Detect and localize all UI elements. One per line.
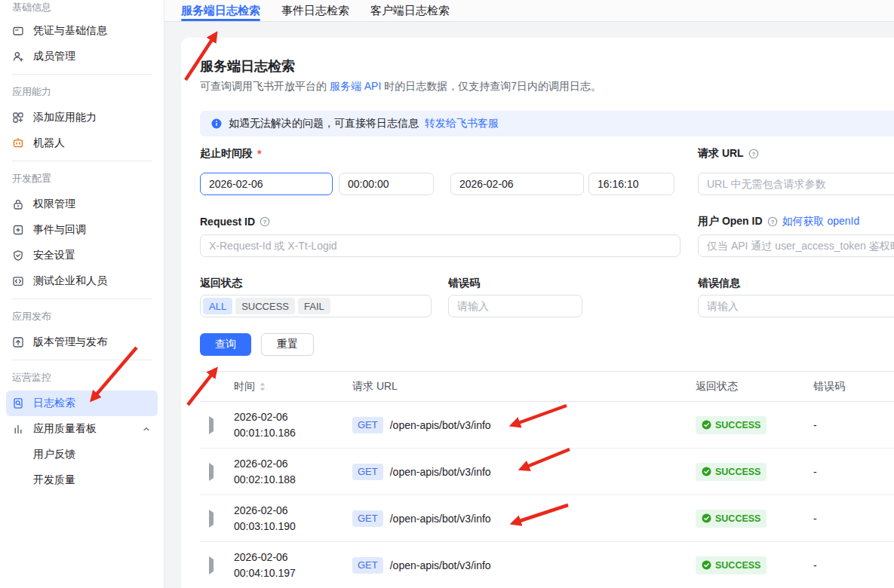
table-header: 时间 请求 URL 返回状态 错误码 bbox=[200, 371, 894, 402]
sidebar-item[interactable]: 测试企业和人员 bbox=[6, 268, 158, 294]
event-callback-icon bbox=[12, 224, 24, 236]
sidebar-section-label: 基础信息 bbox=[12, 1, 51, 14]
error-code-label: 错误码 bbox=[448, 277, 480, 289]
sidebar-item-label: 开发质量 bbox=[33, 473, 75, 487]
tab[interactable]: 客户端日志检索 bbox=[370, 0, 450, 21]
sidebar-item[interactable]: 权限管理 bbox=[6, 191, 158, 217]
sidebar-section-header: 应用能力 bbox=[0, 79, 164, 105]
sidebar-nav: 基础信息 凭证与基础信息 成员管理 应用能力 添加应用能力 机器人 开发配置 权… bbox=[0, 0, 164, 493]
sidebar-section-header: 应用发布 bbox=[0, 304, 164, 329]
log-search-icon bbox=[12, 397, 24, 409]
cell-time: 2026-02-0600:04:10.197 bbox=[234, 550, 352, 581]
sidebar-item-label: 用户反馈 bbox=[33, 448, 75, 461]
cell-error-code: - bbox=[813, 559, 894, 571]
status-filter-chip[interactable]: FAIL bbox=[298, 298, 330, 314]
sidebar-item[interactable]: 事件与回调 bbox=[6, 217, 158, 243]
reset-button[interactable]: 重置 bbox=[261, 333, 314, 356]
help-icon[interactable]: ? bbox=[767, 216, 778, 227]
sidebar-item[interactable]: 版本管理与发布 bbox=[6, 329, 158, 355]
start-date-input[interactable] bbox=[200, 173, 333, 195]
method-badge: GET bbox=[352, 464, 383, 480]
robot-icon bbox=[12, 137, 24, 149]
sidebar-item[interactable]: 成员管理 bbox=[6, 44, 158, 69]
server-api-link[interactable]: 服务端 API bbox=[330, 80, 381, 92]
status-badge: SUCCESS bbox=[696, 510, 767, 528]
table-row[interactable]: 2026-02-0600:04:10.197 GET /open-apis/bo… bbox=[200, 542, 894, 588]
sidebar-section-header: 开发配置 bbox=[0, 166, 164, 191]
search-button[interactable]: 查询 bbox=[200, 333, 251, 356]
quality-icon bbox=[12, 423, 24, 435]
error-msg-input[interactable] bbox=[698, 295, 894, 317]
how-to-get-openid-link[interactable]: 如何获取 openId bbox=[782, 215, 860, 228]
sidebar-section-label: 开发配置 bbox=[12, 172, 51, 185]
tab-label: 服务端日志检索 bbox=[181, 4, 260, 18]
sidebar-item-label: 凭证与基础信息 bbox=[33, 24, 107, 38]
sidebar-item[interactable]: 开发质量 bbox=[6, 467, 158, 493]
error-msg-label: 错误信息 bbox=[698, 277, 740, 289]
row-expand-icon[interactable] bbox=[209, 463, 214, 481]
tab[interactable]: 事件日志检索 bbox=[281, 0, 349, 21]
request-url-text: /open-apis/bot/v3/info bbox=[390, 513, 491, 525]
end-date-input[interactable] bbox=[450, 173, 584, 195]
sidebar-section-header: 运营监控 bbox=[0, 365, 164, 390]
sidebar-item-label: 机器人 bbox=[33, 136, 65, 150]
row-expand-icon[interactable] bbox=[209, 510, 214, 528]
forward-to-support-link[interactable]: 转发给飞书客服 bbox=[425, 117, 499, 130]
sidebar-section-label: 运营监控 bbox=[12, 371, 51, 384]
chevron-up-icon[interactable] bbox=[141, 424, 152, 434]
table-row[interactable]: 2026-02-0600:02:10.188 GET /open-apis/bo… bbox=[200, 449, 894, 495]
method-badge: GET bbox=[352, 510, 383, 527]
status-filter-chip[interactable]: SUCCESS bbox=[235, 298, 295, 314]
cell-time: 2026-02-0600:01:10.186 bbox=[234, 409, 352, 441]
svg-text:?: ? bbox=[770, 219, 774, 225]
row-expand-icon[interactable] bbox=[209, 556, 214, 574]
sidebar-item[interactable]: 凭证与基础信息 bbox=[6, 18, 158, 44]
help-icon[interactable]: ? bbox=[260, 216, 270, 227]
request-url-text: /open-apis/bot/v3/info bbox=[390, 466, 491, 478]
row-expand-icon[interactable] bbox=[209, 416, 214, 434]
cell-error-code: - bbox=[813, 513, 894, 525]
tab[interactable]: 服务端日志检索 bbox=[181, 0, 260, 21]
main-card: 服务端日志检索 可查询调用飞书开放平台的 服务端 API 时的日志数据，仅支持查… bbox=[181, 38, 894, 588]
sidebar: 基础信息 凭证与基础信息 成员管理 应用能力 添加应用能力 机器人 开发配置 权… bbox=[0, 0, 164, 588]
log-search-page: { "colors": { "accent": "#3370FF", "succ… bbox=[0, 0, 894, 588]
sort-icon[interactable] bbox=[260, 382, 266, 391]
check-circle-icon bbox=[702, 513, 711, 523]
sidebar-item[interactable]: 安全设置 bbox=[6, 243, 158, 268]
sidebar-item-label: 安全设置 bbox=[33, 249, 75, 262]
svg-text:?: ? bbox=[263, 219, 267, 225]
sidebar-item-label: 应用质量看板 bbox=[33, 422, 97, 436]
col-time[interactable]: 时间 bbox=[234, 380, 352, 394]
page-title: 服务端日志检索 bbox=[200, 57, 295, 75]
sidebar-item[interactable]: 用户反馈 bbox=[6, 442, 158, 467]
status-filter-label: 返回状态 bbox=[200, 277, 242, 289]
table-row[interactable]: 2026-02-0600:03:10.190 GET /open-apis/bo… bbox=[200, 495, 894, 542]
col-status: 返回状态 bbox=[696, 380, 813, 394]
sidebar-section-header: 基础信息 bbox=[0, 0, 164, 18]
cell-url: GET /open-apis/bot/v3/info bbox=[352, 557, 696, 574]
sidebar-section-label: 应用能力 bbox=[12, 85, 51, 99]
sidebar-item[interactable]: 应用质量看板 bbox=[6, 416, 158, 442]
status-filter-chip[interactable]: ALL bbox=[203, 298, 232, 314]
request-url-input[interactable] bbox=[698, 173, 894, 195]
end-time-input[interactable] bbox=[588, 173, 674, 195]
request-id-input[interactable] bbox=[200, 234, 680, 257]
sidebar-divider bbox=[12, 299, 152, 299]
status-badge: SUCCESS bbox=[696, 463, 767, 481]
request-url-text: /open-apis/bot/v3/info bbox=[390, 419, 491, 431]
help-icon[interactable]: ? bbox=[748, 149, 759, 159]
start-time-input[interactable] bbox=[339, 173, 434, 195]
sidebar-item-label: 测试企业和人员 bbox=[33, 274, 107, 288]
sidebar-item[interactable]: 添加应用能力 bbox=[6, 105, 158, 130]
sidebar-item[interactable]: 日志检索 bbox=[6, 390, 158, 416]
request-url-text: /open-apis/bot/v3/info bbox=[390, 559, 491, 571]
sidebar-item[interactable]: 机器人 bbox=[6, 130, 158, 156]
check-circle-icon bbox=[702, 420, 711, 430]
table-row[interactable]: 2026-02-0600:01:10.186 GET /open-apis/bo… bbox=[200, 402, 894, 449]
cell-error-code: - bbox=[813, 419, 894, 431]
sidebar-section-label: 应用发布 bbox=[12, 310, 51, 323]
sidebar-item-label: 权限管理 bbox=[33, 198, 75, 211]
error-code-input[interactable] bbox=[448, 295, 582, 317]
open-id-input[interactable] bbox=[698, 234, 894, 257]
tab-label: 事件日志检索 bbox=[281, 4, 349, 18]
